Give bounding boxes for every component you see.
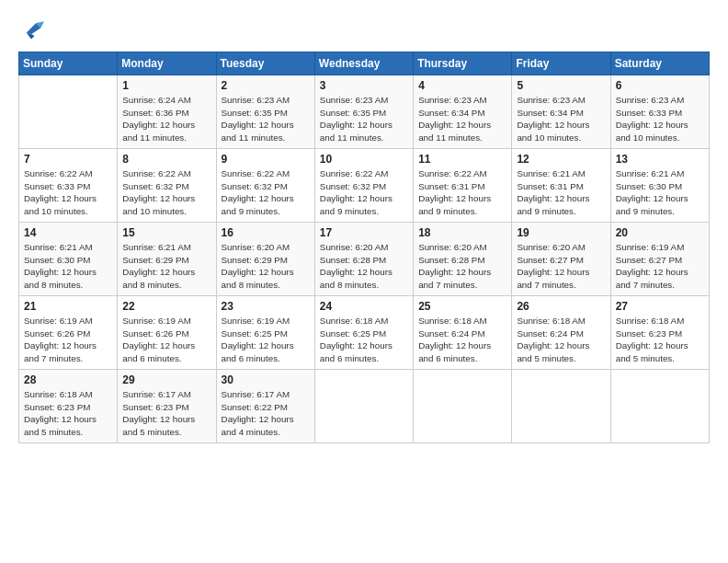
calendar-cell [610, 370, 709, 443]
day-info: Sunrise: 6:19 AM Sunset: 6:26 PM Dayligh… [24, 315, 112, 365]
day-info: Sunrise: 6:22 AM Sunset: 6:32 PM Dayligh… [122, 167, 210, 218]
day-info: Sunrise: 6:23 AM Sunset: 6:35 PM Dayligh… [222, 94, 310, 144]
day-number: 5 [517, 79, 605, 92]
calendar-cell: 9Sunrise: 6:22 AM Sunset: 6:32 PM Daylig… [216, 149, 314, 223]
day-number: 20 [616, 226, 704, 239]
calendar-cell: 26Sunrise: 6:18 AM Sunset: 6:24 PM Dayli… [512, 296, 610, 370]
calendar-cell: 27Sunrise: 6:18 AM Sunset: 6:23 PM Dayli… [610, 296, 709, 370]
day-number: 6 [616, 79, 704, 92]
logo [18, 17, 48, 42]
day-number: 25 [418, 300, 506, 313]
calendar-cell: 21Sunrise: 6:19 AM Sunset: 6:26 PM Dayli… [19, 296, 118, 370]
day-number: 22 [122, 300, 210, 313]
calendar-cell: 29Sunrise: 6:17 AM Sunset: 6:23 PM Dayli… [118, 370, 216, 443]
day-info: Sunrise: 6:19 AM Sunset: 6:25 PM Dayligh… [222, 315, 310, 365]
calendar-cell: 18Sunrise: 6:20 AM Sunset: 6:28 PM Dayli… [414, 223, 512, 296]
day-info: Sunrise: 6:22 AM Sunset: 6:33 PM Dayligh… [24, 167, 112, 218]
day-info: Sunrise: 6:20 AM Sunset: 6:28 PM Dayligh… [320, 241, 408, 292]
day-info: Sunrise: 6:17 AM Sunset: 6:22 PM Dayligh… [222, 388, 310, 439]
day-number: 17 [320, 226, 408, 239]
day-number: 30 [222, 373, 310, 386]
day-number: 18 [418, 226, 506, 239]
logo-icon [18, 17, 44, 42]
calendar-cell: 14Sunrise: 6:21 AM Sunset: 6:30 PM Dayli… [19, 223, 118, 296]
day-number: 28 [24, 373, 112, 386]
calendar-cell [314, 370, 413, 443]
calendar-page: SundayMondayTuesdayWednesdayThursdayFrid… [0, 0, 728, 563]
day-number: 8 [122, 153, 210, 166]
day-number: 14 [24, 226, 112, 239]
calendar-cell: 7Sunrise: 6:22 AM Sunset: 6:33 PM Daylig… [19, 149, 118, 223]
calendar-cell: 1Sunrise: 6:24 AM Sunset: 6:36 PM Daylig… [118, 75, 216, 149]
calendar-table: SundayMondayTuesdayWednesdayThursdayFrid… [18, 52, 710, 443]
calendar-cell: 6Sunrise: 6:23 AM Sunset: 6:33 PM Daylig… [610, 75, 709, 149]
day-number: 27 [616, 300, 704, 313]
calendar-cell: 16Sunrise: 6:20 AM Sunset: 6:29 PM Dayli… [216, 223, 314, 296]
day-info: Sunrise: 6:20 AM Sunset: 6:28 PM Dayligh… [418, 241, 506, 292]
calendar-cell: 10Sunrise: 6:22 AM Sunset: 6:32 PM Dayli… [314, 149, 413, 223]
calendar-cell: 23Sunrise: 6:19 AM Sunset: 6:25 PM Dayli… [216, 296, 314, 370]
calendar-cell [512, 370, 610, 443]
day-info: Sunrise: 6:18 AM Sunset: 6:23 PM Dayligh… [24, 388, 112, 439]
calendar-cell: 17Sunrise: 6:20 AM Sunset: 6:28 PM Dayli… [314, 223, 413, 296]
calendar-cell: 13Sunrise: 6:21 AM Sunset: 6:30 PM Dayli… [610, 149, 709, 223]
calendar-cell: 22Sunrise: 6:19 AM Sunset: 6:26 PM Dayli… [118, 296, 216, 370]
day-number: 1 [122, 79, 210, 92]
day-number: 26 [517, 300, 605, 313]
weekday-header: Saturday [610, 52, 709, 75]
weekday-header: Friday [512, 52, 610, 75]
day-number: 2 [222, 79, 310, 92]
calendar-cell: 24Sunrise: 6:18 AM Sunset: 6:25 PM Dayli… [314, 296, 413, 370]
day-info: Sunrise: 6:20 AM Sunset: 6:29 PM Dayligh… [222, 241, 310, 292]
day-info: Sunrise: 6:21 AM Sunset: 6:31 PM Dayligh… [517, 167, 605, 218]
calendar-cell: 5Sunrise: 6:23 AM Sunset: 6:34 PM Daylig… [512, 75, 610, 149]
day-info: Sunrise: 6:23 AM Sunset: 6:34 PM Dayligh… [418, 94, 506, 144]
day-info: Sunrise: 6:19 AM Sunset: 6:26 PM Dayligh… [122, 315, 210, 365]
day-number: 4 [418, 79, 506, 92]
day-number: 19 [517, 226, 605, 239]
page-header [18, 17, 710, 42]
weekday-header: Wednesday [314, 52, 413, 75]
day-number: 12 [517, 153, 605, 166]
day-info: Sunrise: 6:21 AM Sunset: 6:30 PM Dayligh… [24, 241, 112, 292]
day-number: 9 [222, 153, 310, 166]
day-number: 7 [24, 153, 112, 166]
day-info: Sunrise: 6:19 AM Sunset: 6:27 PM Dayligh… [616, 241, 704, 292]
weekday-header: Sunday [19, 52, 118, 75]
day-number: 29 [122, 373, 210, 386]
calendar-cell: 28Sunrise: 6:18 AM Sunset: 6:23 PM Dayli… [19, 370, 118, 443]
weekday-header: Tuesday [216, 52, 314, 75]
calendar-cell: 12Sunrise: 6:21 AM Sunset: 6:31 PM Dayli… [512, 149, 610, 223]
day-info: Sunrise: 6:17 AM Sunset: 6:23 PM Dayligh… [122, 388, 210, 439]
day-info: Sunrise: 6:23 AM Sunset: 6:33 PM Dayligh… [616, 94, 704, 144]
day-info: Sunrise: 6:22 AM Sunset: 6:31 PM Dayligh… [418, 167, 506, 218]
calendar-cell: 25Sunrise: 6:18 AM Sunset: 6:24 PM Dayli… [414, 296, 512, 370]
calendar-cell [19, 75, 118, 149]
calendar-cell: 2Sunrise: 6:23 AM Sunset: 6:35 PM Daylig… [216, 75, 314, 149]
day-number: 16 [222, 226, 310, 239]
day-number: 15 [122, 226, 210, 239]
day-info: Sunrise: 6:24 AM Sunset: 6:36 PM Dayligh… [122, 94, 210, 144]
calendar-cell: 11Sunrise: 6:22 AM Sunset: 6:31 PM Dayli… [414, 149, 512, 223]
day-info: Sunrise: 6:23 AM Sunset: 6:34 PM Dayligh… [517, 94, 605, 144]
calendar-cell [414, 370, 512, 443]
day-info: Sunrise: 6:21 AM Sunset: 6:29 PM Dayligh… [122, 241, 210, 292]
weekday-header: Monday [118, 52, 216, 75]
day-number: 3 [320, 79, 408, 92]
day-info: Sunrise: 6:22 AM Sunset: 6:32 PM Dayligh… [320, 167, 408, 218]
calendar-cell: 15Sunrise: 6:21 AM Sunset: 6:29 PM Dayli… [118, 223, 216, 296]
day-number: 24 [320, 300, 408, 313]
calendar-cell: 19Sunrise: 6:20 AM Sunset: 6:27 PM Dayli… [512, 223, 610, 296]
day-number: 13 [616, 153, 704, 166]
day-info: Sunrise: 6:18 AM Sunset: 6:23 PM Dayligh… [616, 315, 704, 365]
day-info: Sunrise: 6:20 AM Sunset: 6:27 PM Dayligh… [517, 241, 605, 292]
day-info: Sunrise: 6:18 AM Sunset: 6:24 PM Dayligh… [517, 315, 605, 365]
calendar-cell: 30Sunrise: 6:17 AM Sunset: 6:22 PM Dayli… [216, 370, 314, 443]
day-number: 21 [24, 300, 112, 313]
calendar-cell: 8Sunrise: 6:22 AM Sunset: 6:32 PM Daylig… [118, 149, 216, 223]
day-info: Sunrise: 6:21 AM Sunset: 6:30 PM Dayligh… [616, 167, 704, 218]
calendar-header-row: SundayMondayTuesdayWednesdayThursdayFrid… [19, 52, 710, 75]
day-number: 10 [320, 153, 408, 166]
day-info: Sunrise: 6:18 AM Sunset: 6:25 PM Dayligh… [320, 315, 408, 365]
calendar-cell: 20Sunrise: 6:19 AM Sunset: 6:27 PM Dayli… [610, 223, 709, 296]
